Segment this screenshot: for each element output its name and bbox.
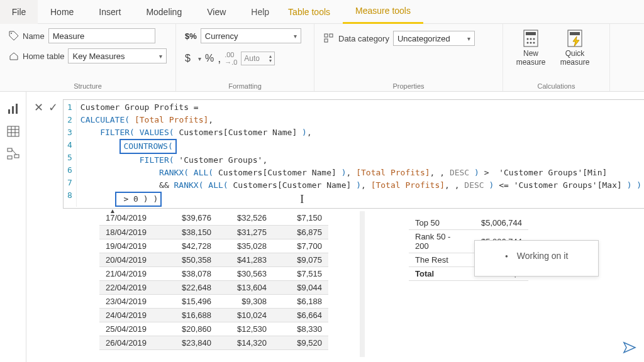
text-cursor-icon: I: [300, 193, 304, 206]
home-icon: [9, 51, 19, 61]
quick-measure-button[interactable]: Quick measure: [556, 28, 594, 68]
name-label: Name: [23, 31, 45, 41]
table-row[interactable]: Top 50$5,006,744: [409, 216, 528, 230]
svg-rect-13: [570, 32, 580, 35]
line-gutter: 12345678: [64, 101, 77, 207]
svg-point-11: [533, 42, 535, 44]
calculator-icon: [521, 29, 540, 48]
svg-rect-5: [526, 32, 536, 35]
svg-point-9: [527, 42, 529, 44]
data-category-value: Uncategorized: [397, 34, 450, 43]
chevron-down-icon: ▾: [159, 53, 162, 60]
svg-rect-23: [14, 155, 19, 158]
svg-point-0: [11, 33, 12, 34]
svg-rect-17: [8, 126, 19, 136]
tab-modeling[interactable]: Modeling: [133, 0, 194, 24]
svg-point-6: [527, 38, 529, 40]
model-view-icon[interactable]: [6, 147, 20, 161]
tab-insert[interactable]: Insert: [86, 0, 133, 24]
data-category-label: Data category: [338, 34, 389, 43]
data-grid[interactable]: 17/04/2019$39,676$32,526$7,15018/04/2019…: [99, 211, 328, 350]
view-rail: [0, 92, 26, 362]
ribbon-group-calculations: New measure Quick measure Calculations: [503, 24, 610, 91]
format-dropdown[interactable]: Currency ▾: [201, 28, 301, 43]
category-icon: [323, 33, 335, 44]
ribbon-group-formatting: $% Currency ▾ $▾ % , .00→.0 Auto ▴▾ Form…: [176, 24, 314, 91]
data-category-dropdown[interactable]: Uncategorized ▾: [393, 31, 475, 46]
table-row[interactable]: 20/04/2019$50,358$41,283$9,075: [99, 253, 328, 266]
tab-view[interactable]: View: [194, 0, 238, 24]
tab-measure-tools[interactable]: Measure tools: [343, 0, 423, 24]
tooltip-text: Working on it: [517, 251, 568, 261]
chevron-down-icon: ▾: [467, 35, 470, 42]
measure-name-input[interactable]: Measure: [48, 28, 155, 43]
svg-rect-24: [8, 156, 12, 159]
new-measure-label: New measure: [516, 49, 546, 67]
tab-file[interactable]: File: [0, 0, 38, 24]
svg-point-10: [530, 42, 532, 44]
formula-editor[interactable]: 12345678 Customer Group Profits = CALCUL…: [63, 99, 644, 209]
table-row[interactable]: 21/04/2019$38,078$30,563$7,515: [99, 266, 328, 280]
format-value: Currency: [205, 31, 238, 41]
table-row[interactable]: 26/04/2019$23,840$14,320$9,520: [99, 336, 328, 349]
tab-help[interactable]: Help: [238, 0, 275, 24]
ribbon-tabstrip: File Home Insert Modeling View Help Tabl…: [0, 0, 644, 24]
percent-button[interactable]: %: [205, 53, 214, 64]
measure-name-value: Measure: [53, 31, 85, 41]
thousands-button[interactable]: ,: [218, 52, 221, 65]
loading-tooltip: ● Working on it: [474, 240, 599, 277]
group-label-formatting: Formatting: [185, 81, 305, 90]
formula-bar: ✕ ✓ 12345678 Customer Group Profits = CA…: [34, 99, 644, 209]
loading-dot-icon: ●: [505, 253, 508, 259]
precision-value: Auto: [244, 54, 260, 63]
svg-rect-22: [8, 148, 12, 151]
home-table-label: Home table: [23, 52, 64, 61]
commit-formula-button[interactable]: ✓: [48, 101, 58, 114]
quick-measure-label: Quick measure: [560, 49, 590, 67]
formula-code: Customer Group Profits = CALCULATE( [Tot…: [77, 101, 644, 207]
svg-rect-3: [330, 34, 333, 37]
table-row[interactable]: 23/04/2019$15,496$9,308$6,188: [99, 294, 328, 308]
svg-rect-16: [16, 104, 18, 114]
table-row[interactable]: 25/04/2019$20,860$12,530$8,330: [99, 322, 328, 336]
table-row[interactable]: 19/04/2019$42,728$35,028$7,700: [99, 239, 328, 253]
svg-rect-14: [8, 109, 10, 114]
svg-line-25: [12, 150, 16, 155]
svg-rect-1: [325, 34, 328, 37]
group-label-properties: Properties: [323, 81, 494, 90]
group-label-structure: Structure: [9, 81, 167, 90]
subscribe-icon[interactable]: [621, 341, 638, 356]
calculator-lightning-icon: [565, 29, 584, 48]
tag-icon: [9, 31, 19, 41]
new-measure-button[interactable]: New measure: [512, 28, 550, 68]
table-row[interactable]: 24/04/2019$16,688$10,024$6,664: [99, 308, 328, 322]
svg-point-7: [530, 38, 532, 40]
svg-rect-2: [325, 39, 328, 42]
group-label-calculations: Calculations: [512, 81, 601, 90]
table-row[interactable]: 17/04/2019$39,676$32,526$7,150: [99, 211, 328, 225]
table-row[interactable]: 22/04/2019$22,648$13,604$9,044: [99, 280, 328, 294]
decimal-button[interactable]: .00→.0: [225, 51, 237, 66]
ribbon: Name Measure Home table Key Measures ▾ S…: [0, 24, 644, 92]
currency-button[interactable]: $: [185, 53, 191, 64]
home-table-dropdown[interactable]: Key Measures ▾: [68, 48, 167, 63]
svg-point-8: [533, 38, 535, 40]
highlight-gtzero: > 0 ) ): [115, 192, 162, 207]
home-table-value: Key Measures: [72, 52, 125, 61]
svg-rect-15: [12, 106, 14, 114]
report-view-icon[interactable]: [6, 102, 20, 116]
format-prefix-icon: $%: [185, 31, 197, 41]
table-row[interactable]: 18/04/2019$38,150$31,275$6,875: [99, 225, 328, 239]
highlight-countrows: COUNTROWS(: [119, 139, 176, 154]
chevron-down-icon: ▾: [294, 33, 297, 40]
results-table-left: 17/04/2019$39,676$32,526$7,15018/04/2019…: [99, 211, 357, 350]
ribbon-group-properties: Data category Uncategorized ▾ Properties: [314, 24, 503, 91]
vertical-scrollbar[interactable]: [360, 211, 365, 357]
tab-table-tools[interactable]: Table tools: [275, 0, 343, 24]
data-view-icon[interactable]: [6, 124, 20, 138]
cancel-formula-button[interactable]: ✕: [34, 101, 43, 114]
decimal-places-input[interactable]: Auto ▴▾: [241, 52, 275, 65]
ribbon-group-structure: Name Measure Home table Key Measures ▾ S…: [0, 24, 176, 91]
tab-home[interactable]: Home: [38, 0, 86, 24]
